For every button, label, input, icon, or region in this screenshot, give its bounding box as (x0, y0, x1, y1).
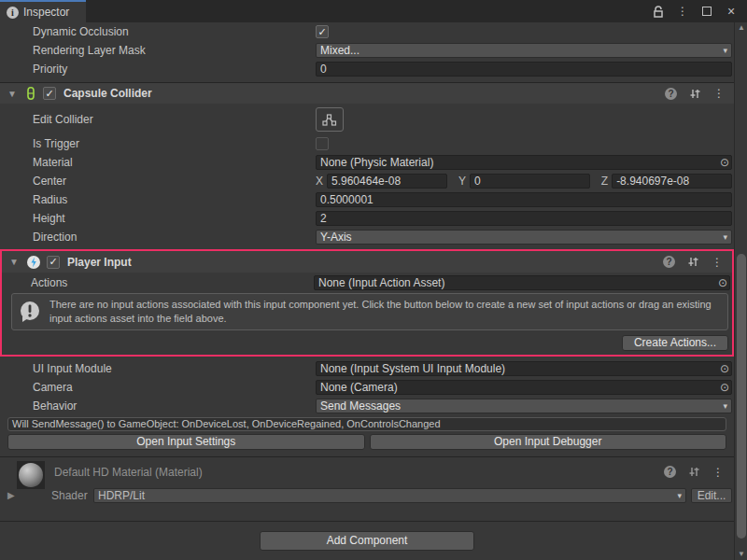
height-row: Height (0, 209, 734, 228)
priority-row: Priority (0, 60, 734, 78)
presets-icon[interactable] (687, 256, 699, 268)
no-actions-warning-box: There are no input actions associated wi… (11, 293, 728, 330)
warning-icon (18, 300, 42, 324)
is-trigger-label: Is Trigger (33, 137, 316, 150)
radius-input[interactable] (317, 193, 731, 206)
material-value: None (Physic Material) (320, 156, 720, 169)
object-picker-icon[interactable]: ⊙ (718, 277, 727, 288)
ui-input-module-row: UI Input Module None (Input System UI In… (0, 359, 734, 378)
capsule-collider-enabled-checkbox[interactable]: ✓ (43, 87, 56, 100)
material-object-field[interactable]: None (Physic Material) ⊙ (316, 155, 732, 170)
ui-input-module-value: None (Input System UI Input Module) (320, 362, 720, 375)
actions-label: Actions (31, 276, 314, 289)
chevron-down-icon: ▾ (677, 491, 682, 500)
actions-object-field[interactable]: None (Input Action Asset) ⊙ (314, 275, 730, 290)
scroll-down-icon[interactable]: ▼ (735, 549, 747, 560)
priority-label: Priority (33, 63, 316, 76)
height-label: Height (33, 212, 316, 225)
info-icon: i (7, 7, 19, 19)
inspector-window: i Inspector ⋮ × Dynamic Occlusion ✓ Rend… (0, 0, 747, 560)
rendering-layer-mask-dropdown[interactable]: Mixed... ▾ (316, 43, 732, 58)
edit-collider-row: Edit Collider (0, 104, 734, 134)
close-icon[interactable]: × (725, 5, 738, 18)
warning-text: There are no input actions associated wi… (49, 298, 720, 326)
player-input-highlight: ▼ ✓ Player Input ? ⋮ Actions (0, 249, 734, 357)
player-input-enabled-checkbox[interactable]: ✓ (47, 256, 60, 269)
dynamic-occlusion-row: Dynamic Occlusion ✓ (0, 22, 734, 41)
tab-bar: i Inspector ⋮ × (0, 0, 747, 22)
behavior-label: Behavior (33, 399, 316, 413)
material-row: Material None (Physic Material) ⊙ (0, 153, 734, 172)
object-picker-icon[interactable]: ⊙ (720, 363, 729, 374)
behavior-row: Behavior Send Messages ▾ (0, 397, 734, 415)
height-input[interactable] (317, 212, 731, 225)
material-label: Material (33, 156, 316, 169)
radius-row: Radius (0, 190, 734, 209)
help-icon[interactable]: ? (664, 466, 676, 478)
chevron-down-icon: ▾ (723, 401, 727, 411)
actions-value: None (Input Action Asset) (318, 276, 718, 289)
center-y-input[interactable] (471, 175, 589, 188)
tab-inspector[interactable]: i Inspector (0, 0, 86, 22)
object-picker-icon[interactable]: ⊙ (720, 157, 729, 168)
shader-value: HDRP/Lit (98, 489, 677, 502)
capsule-collider-header[interactable]: ▼ ✓ Capsule Collider ? ⋮ (0, 82, 734, 104)
vertical-scrollbar[interactable]: ▲ ▼ (734, 22, 747, 560)
foldout-icon[interactable]: ▼ (7, 89, 19, 99)
camera-object-field[interactable]: None (Camera) ⊙ (316, 380, 732, 395)
help-icon[interactable]: ? (663, 256, 675, 268)
behavior-value: Send Messages (320, 399, 723, 413)
center-x-label: X (316, 175, 323, 188)
camera-row: Camera None (Camera) ⊙ (0, 378, 734, 397)
presets-icon[interactable] (689, 88, 701, 100)
dynamic-occlusion-label: Dynamic Occlusion (33, 25, 316, 38)
maximize-icon[interactable] (700, 5, 713, 18)
behavior-dropdown[interactable]: Send Messages ▾ (316, 399, 732, 413)
material-title: Default HD Material (Material) (54, 466, 203, 479)
is-trigger-row: Is Trigger (0, 134, 734, 153)
center-label: Center (33, 175, 316, 188)
chevron-down-icon: ▾ (723, 232, 727, 242)
scroll-up-icon[interactable]: ▲ (735, 22, 747, 34)
camera-value: None (Camera) (320, 381, 720, 394)
player-input-icon (26, 255, 41, 270)
ui-input-module-object-field[interactable]: None (Input System UI Input Module) ⊙ (316, 361, 732, 376)
camera-label: Camera (33, 381, 316, 394)
unlock-icon[interactable] (652, 5, 665, 18)
is-trigger-checkbox[interactable] (316, 137, 329, 150)
direction-value: Y-Axis (320, 231, 723, 244)
player-input-header[interactable]: ▼ ✓ Player Input ? ⋮ (2, 251, 732, 273)
object-picker-icon[interactable]: ⊙ (720, 382, 729, 393)
rendering-layer-mask-row: Rendering Layer Mask Mixed... ▾ (0, 41, 734, 60)
chevron-down-icon: ▾ (723, 46, 727, 55)
dynamic-occlusion-checkbox[interactable]: ✓ (316, 25, 329, 38)
help-icon[interactable]: ? (665, 88, 677, 100)
shader-edit-button[interactable]: Edit... (691, 488, 732, 503)
add-component-button[interactable]: Add Component (260, 531, 474, 551)
priority-input[interactable] (317, 63, 731, 76)
ui-input-module-label: UI Input Module (33, 362, 316, 375)
shader-label: Shader (51, 489, 88, 502)
window-menu-icon[interactable]: ⋮ (676, 5, 689, 18)
tab-title: Inspector (23, 6, 69, 19)
open-input-settings-button[interactable]: Open Input Settings (7, 434, 365, 450)
capsule-collider-title: Capsule Collider (63, 87, 659, 100)
material-preview-section: Default HD Material (Material) ? ⋮ ▶ Sha… (0, 456, 734, 510)
direction-dropdown[interactable]: Y-Axis ▾ (316, 230, 732, 245)
direction-row: Direction Y-Axis ▾ (0, 228, 734, 246)
component-menu-icon[interactable]: ⋮ (712, 256, 723, 269)
edit-collider-button[interactable] (316, 107, 344, 132)
open-input-debugger-button[interactable]: Open Input Debugger (370, 434, 727, 450)
scrollbar-thumb[interactable] (737, 254, 746, 539)
foldout-icon[interactable]: ▼ (9, 257, 21, 267)
center-z-input[interactable] (613, 175, 731, 188)
shader-dropdown[interactable]: HDRP/Lit ▾ (93, 488, 686, 503)
component-menu-icon[interactable]: ⋮ (713, 87, 725, 100)
presets-icon[interactable] (688, 466, 700, 478)
component-menu-icon[interactable]: ⋮ (712, 466, 724, 479)
player-input-title: Player Input (67, 256, 657, 269)
create-actions-button[interactable]: Create Actions... (622, 335, 728, 351)
center-x-input[interactable] (328, 175, 446, 188)
center-row: Center X Y Z (0, 172, 734, 190)
foldout-closed-icon[interactable]: ▶ (7, 490, 15, 500)
